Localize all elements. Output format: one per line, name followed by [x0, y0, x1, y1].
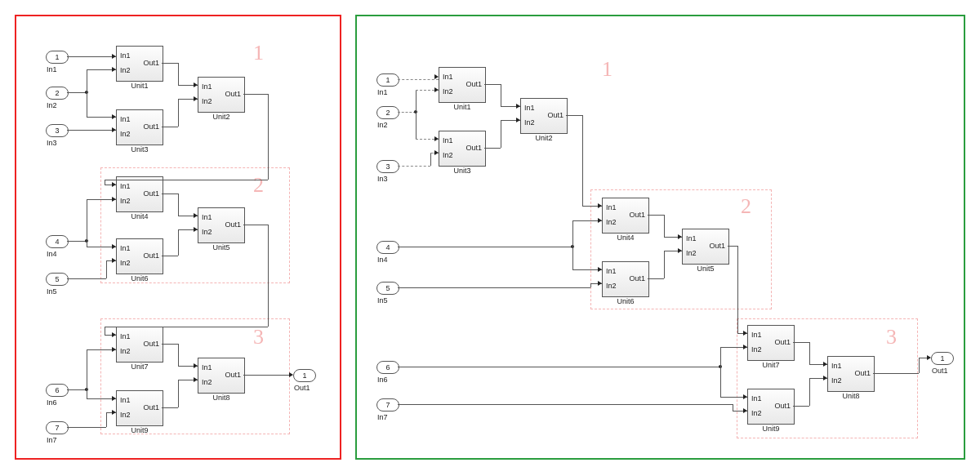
inport-4-left[interactable]: 4 In4: [46, 235, 69, 248]
inport-7-right[interactable]: 7 In7: [376, 398, 399, 411]
unit5-left[interactable]: In1 In2 Out1 Unit5: [198, 207, 245, 243]
inport-6-right[interactable]: 6 In6: [376, 361, 399, 374]
wire: [919, 358, 920, 373]
wire: [106, 260, 107, 278]
inport-2-right[interactable]: 2 In2: [376, 106, 399, 119]
unit1-left[interactable]: In1 In2 Out1 Unit1: [116, 46, 163, 82]
inport-label: In6: [47, 397, 57, 408]
unit2-right[interactable]: In1 In2 Out1 Unit2: [520, 98, 568, 134]
unit2-left[interactable]: In1 In2 Out1 Unit2: [198, 77, 245, 113]
wire: [162, 256, 178, 256]
unit-label: Unit5: [683, 265, 728, 273]
inport-3-right[interactable]: 3 In3: [376, 160, 399, 173]
wire: [162, 194, 178, 194]
inport-label: In4: [47, 248, 57, 260]
wire: [105, 327, 105, 335]
port-out1: Out1: [466, 144, 482, 152]
unit9-right[interactable]: In1 In2 Out1 Unit9: [747, 389, 795, 425]
inport-label: In2: [47, 100, 57, 111]
inport-7-left[interactable]: 7 In7: [46, 421, 69, 434]
port-in2: In2: [120, 347, 131, 355]
group-number-2-right: 2: [741, 194, 751, 219]
inport-label: In7: [377, 411, 388, 423]
unit7-right[interactable]: In1 In2 Out1 Unit7: [747, 325, 795, 361]
arrow-icon: [112, 244, 116, 249]
inport-num: 5: [385, 284, 390, 292]
inport-label: In5: [377, 295, 388, 306]
unit-label: Unit1: [117, 82, 163, 90]
port-in2: In2: [120, 197, 131, 205]
wire: [809, 378, 810, 406]
unit4-left[interactable]: In1 In2 Out1 Unit4: [116, 176, 163, 212]
wire: [728, 246, 737, 247]
group-number-1-right: 1: [602, 57, 612, 82]
port-in2: In2: [202, 228, 212, 236]
wire: [501, 120, 501, 148]
arrow-icon: [112, 197, 116, 202]
unit6-left[interactable]: In1 In2 Out1 Unit6: [116, 238, 163, 274]
unit1-right[interactable]: In1 In2 Out1 Unit1: [439, 67, 486, 103]
port-in2: In2: [120, 130, 131, 138]
inport-1-right[interactable]: 1 In1: [376, 73, 399, 87]
arrow-icon: [194, 363, 198, 368]
unit-label: Unit4: [603, 234, 648, 242]
port-in2: In2: [606, 218, 617, 226]
port-out1: Out1: [774, 402, 791, 410]
arrow-icon: [194, 82, 198, 87]
unit8-left[interactable]: In1 In2 Out1 Unit8: [198, 358, 245, 394]
wire: [87, 69, 87, 117]
arrow-icon: [743, 331, 747, 336]
wire: [243, 94, 268, 95]
unit6-right[interactable]: In1 In2 Out1 Unit6: [602, 261, 649, 297]
port-in2: In2: [443, 151, 453, 159]
port-out1: Out1: [225, 371, 241, 379]
arrow-icon: [598, 203, 602, 208]
inport-3-left[interactable]: 3 In3: [46, 124, 69, 137]
unit4-right[interactable]: In1 In2 Out1 Unit4: [602, 198, 649, 234]
wire: [67, 130, 116, 131]
port-in1: In1: [202, 363, 212, 371]
inport-num: 7: [55, 424, 59, 432]
inport-5-right[interactable]: 5 In5: [376, 282, 399, 295]
wire: [398, 367, 720, 367]
outport-1-left[interactable]: 1 Out1: [293, 369, 316, 382]
port-in2: In2: [686, 249, 697, 257]
arrow-icon: [516, 104, 520, 109]
wire: [484, 148, 501, 149]
inport-5-left[interactable]: 5 In5: [46, 273, 69, 286]
port-in2: In2: [120, 259, 131, 267]
unit8-right[interactable]: In1 In2 Out1 Unit8: [827, 356, 875, 392]
group-number-1-left: 1: [253, 41, 264, 65]
wire: [720, 347, 721, 397]
port-out1: Out1: [143, 403, 159, 411]
inport-2-left[interactable]: 2 In2: [46, 87, 69, 100]
wire: [87, 199, 87, 247]
inport-num: 3: [385, 162, 390, 171]
left-panel: 1 2 3 1 In1 2 In2 3 In3 In1 In2 Out1 Uni…: [15, 15, 341, 460]
inport-num: 2: [385, 109, 390, 117]
inport-num: 3: [55, 127, 59, 135]
unit7-left[interactable]: In1 In2 Out1 Unit7: [116, 327, 163, 363]
inport-4-right[interactable]: 4 In4: [376, 241, 399, 254]
port-in1: In1: [443, 73, 453, 81]
port-in2: In2: [524, 118, 535, 127]
wire: [484, 84, 501, 85]
unit9-left[interactable]: In1 In2 Out1 Unit9: [116, 390, 163, 426]
unit5-right[interactable]: In1 In2 Out1 Unit5: [682, 229, 729, 265]
wire: [105, 327, 268, 327]
unit3-right[interactable]: In1 In2 Out1 Unit3: [439, 131, 486, 167]
unit3-left[interactable]: In1 In2 Out1 Unit3: [116, 109, 163, 145]
port-in1: In1: [202, 82, 212, 91]
arrow-icon: [743, 394, 747, 399]
unit-label: Unit2: [198, 113, 244, 121]
inport-1-left[interactable]: 1 In1: [46, 51, 69, 64]
outport-1-right[interactable]: 1 Out1: [931, 352, 954, 365]
wire: [162, 344, 178, 345]
inport-6-left[interactable]: 6 In6: [46, 384, 69, 397]
arrow-icon: [678, 234, 682, 239]
arrow-icon: [112, 67, 116, 72]
arrow-icon: [112, 347, 116, 352]
port-in1: In1: [606, 267, 617, 275]
port-out1: Out1: [143, 251, 159, 260]
port-out1: Out1: [854, 369, 871, 377]
